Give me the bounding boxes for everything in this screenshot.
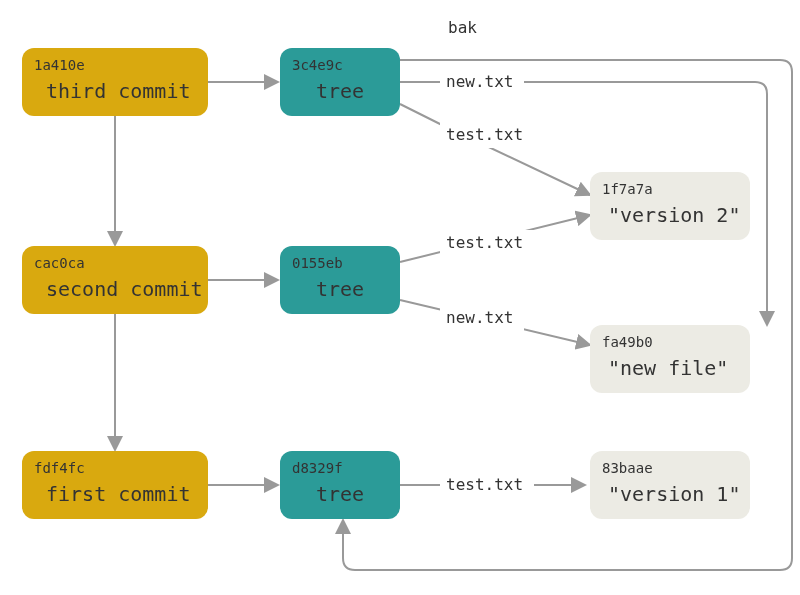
node-commit-first: fdf4fc first commit bbox=[22, 451, 208, 519]
edge-label-tree1-test: test.txt bbox=[440, 472, 534, 498]
blobv1-label: "version 1" bbox=[608, 482, 740, 506]
svg-text:new.txt: new.txt bbox=[446, 72, 513, 91]
commit3-label: third commit bbox=[46, 79, 191, 103]
edge-label-tree3-new: new.txt bbox=[440, 69, 524, 95]
svg-text:test.txt: test.txt bbox=[446, 233, 523, 252]
blobnew-hash: fa49b0 bbox=[602, 334, 653, 350]
commit1-hash: fdf4fc bbox=[34, 460, 85, 476]
tree1-hash: d8329f bbox=[292, 460, 343, 476]
tree3-label: tree bbox=[316, 79, 364, 103]
svg-text:test.txt: test.txt bbox=[446, 125, 523, 144]
blobv1-hash: 83baae bbox=[602, 460, 653, 476]
blobv2-hash: 1f7a7a bbox=[602, 181, 653, 197]
svg-text:bak: bak bbox=[448, 18, 477, 37]
edge-tree3-test-to-blobv2 bbox=[400, 104, 590, 195]
node-blob-newfile: fa49b0 "new file" bbox=[590, 325, 750, 393]
commit3-hash: 1a410e bbox=[34, 57, 85, 73]
node-tree-first: d8329f tree bbox=[280, 451, 400, 519]
commit2-label: second commit bbox=[46, 277, 203, 301]
svg-text:test.txt: test.txt bbox=[446, 475, 523, 494]
node-tree-second: 0155eb tree bbox=[280, 246, 400, 314]
node-commit-third: 1a410e third commit bbox=[22, 48, 208, 116]
edge-label-tree3-test: test.txt bbox=[440, 122, 534, 148]
edge-label-tree2-new: new.txt bbox=[440, 305, 524, 331]
tree1-label: tree bbox=[316, 482, 364, 506]
tree2-hash: 0155eb bbox=[292, 255, 343, 271]
edge-label-bak: bak bbox=[440, 15, 490, 41]
svg-text:new.txt: new.txt bbox=[446, 308, 513, 327]
commit1-label: first commit bbox=[46, 482, 191, 506]
node-blob-version2: 1f7a7a "version 2" bbox=[590, 172, 750, 240]
blobv2-label: "version 2" bbox=[608, 203, 740, 227]
edge-label-tree2-test: test.txt bbox=[440, 230, 534, 256]
node-commit-second: cac0ca second commit bbox=[22, 246, 208, 314]
commit2-hash: cac0ca bbox=[34, 255, 85, 271]
tree2-label: tree bbox=[316, 277, 364, 301]
blobnew-label: "new file" bbox=[608, 356, 728, 380]
node-tree-third: 3c4e9c tree bbox=[280, 48, 400, 116]
node-blob-version1: 83baae "version 1" bbox=[590, 451, 750, 519]
tree3-hash: 3c4e9c bbox=[292, 57, 343, 73]
